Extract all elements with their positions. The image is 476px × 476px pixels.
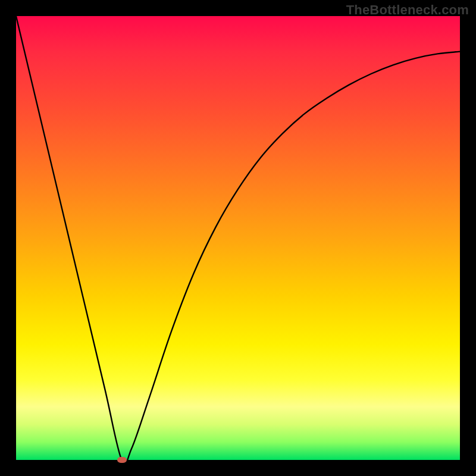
optimum-marker: [117, 457, 127, 463]
bottleneck-curve: [16, 16, 460, 460]
chart-frame: TheBottleneck.com: [0, 0, 476, 476]
plot-area: [16, 16, 460, 460]
